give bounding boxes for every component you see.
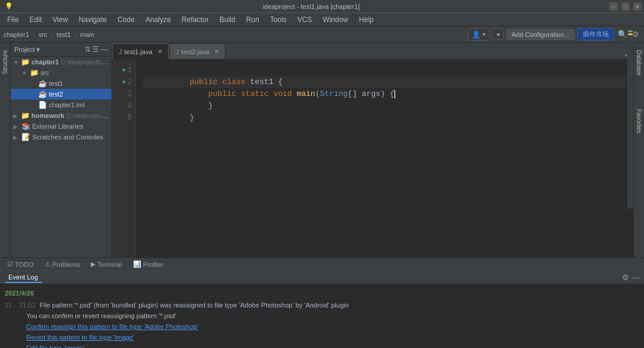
tree-item-chapter1-iml[interactable]: ▶ 📄 chapter1.iml	[11, 100, 112, 110]
menu-item-analyze[interactable]: Analyze	[141, 14, 176, 25]
breadcrumb-chapter1[interactable]: chapter1	[4, 31, 29, 38]
bottom-panel-header: Event Log ⚙ —	[0, 271, 644, 284]
code-line-4: }	[143, 100, 626, 112]
btab-profiler[interactable]: 📊 Profiler	[128, 259, 169, 269]
tab-test1-java[interactable]: J test1.java ✕	[112, 44, 169, 59]
bottom-panel: Event Log ⚙ — 2021/4/26 21 21:02 File pa…	[0, 271, 644, 348]
vtab-structure[interactable]: Structure	[1, 45, 10, 79]
editor-area: J test1.java ✕ J test2.java ✕ ✓ ▶ 1 ▶ 2	[112, 43, 633, 257]
bottom-tabs-row: ☑ TODO ⚠ Problems ▶ Terminal 📊 Profiler	[0, 257, 644, 271]
editor-tab-bar: J test1.java ✕ J test2.java ✕ ✓	[112, 43, 633, 60]
left-vtabs: Structure	[0, 43, 11, 257]
menu-item-file[interactable]: File	[2, 14, 23, 25]
bottom-panel-content: 2021/4/26 21 21:02 File pattern '*.psd' …	[0, 284, 644, 348]
menu-item-navigate[interactable]: Navigate	[74, 14, 112, 25]
app-icon: 💡	[2, 2, 13, 10]
btab-problems[interactable]: ⚠ Problems	[40, 259, 85, 269]
terminal-icon: ▶	[91, 260, 95, 268]
tree-item-scratches[interactable]: ▶ 📝 Scratches and Consoles	[11, 132, 112, 142]
event-link-1[interactable]: Confirm reassign this pattern to file ty…	[19, 321, 349, 332]
tab-test2-close[interactable]: ✕	[214, 48, 219, 55]
search-toolbar-icon[interactable]: 🔍	[617, 29, 628, 40]
menu-item-vcs[interactable]: VCS	[293, 14, 317, 25]
window-controls: ─ □ ✕	[609, 2, 642, 11]
sidebar-icon-3[interactable]: —	[101, 45, 108, 54]
line-num-2: ▶ 2	[112, 76, 135, 88]
java-file-icon: J	[119, 48, 122, 55]
right-vtabs: Database Favorites	[633, 43, 644, 257]
sidebar-icon-1[interactable]: ⇅	[85, 45, 91, 54]
menu-item-window[interactable]: Window	[318, 14, 353, 25]
event-num: 21	[5, 300, 17, 310]
menu-item-run[interactable]: Run	[242, 14, 264, 25]
vtab-favorites[interactable]: Favorites	[634, 104, 643, 138]
btab-terminal[interactable]: ▶ Terminal	[86, 259, 127, 269]
panel-settings-icon[interactable]: ⚙	[622, 273, 629, 282]
back-btn[interactable]: ◂	[492, 29, 504, 40]
line-num-5: 5	[112, 112, 135, 124]
toolbar-bar: chapter1 › src › test1 › main 👤 ▾ ◂ Add …	[0, 26, 644, 43]
event-link-3[interactable]: Edit file type 'Image'	[19, 343, 349, 348]
plugin-market-button[interactable]: 插件市场	[577, 28, 614, 41]
line-num-4: 4	[112, 100, 135, 112]
menu-item-help[interactable]: Help	[354, 14, 379, 25]
panel-minimize-icon[interactable]: —	[631, 273, 639, 282]
event-date: 2021/4/26	[5, 288, 639, 299]
sidebar-header: Project ▾ ⇅ ☰ —	[11, 43, 112, 57]
add-configuration-button[interactable]: Add Configuration...	[506, 29, 575, 40]
problems-icon: ⚠	[45, 260, 51, 268]
sidebar-title: Project ▾	[14, 46, 40, 54]
btab-todo[interactable]: ☑ TODO	[2, 259, 39, 269]
menu-item-refactor[interactable]: Refactor	[177, 14, 213, 25]
panel-tab-event-log[interactable]: Event Log	[5, 272, 42, 283]
sidebar-icon-2[interactable]: ☰	[92, 45, 99, 54]
breadcrumb-src[interactable]: src	[38, 31, 47, 38]
title-bar: 💡 ideaproject - test1.java [chapter1] ─ …	[0, 0, 644, 13]
user-icon-btn[interactable]: 👤 ▾	[467, 29, 490, 41]
run-btn-1[interactable]: ▶	[123, 64, 126, 76]
tree-item-homework[interactable]: ▶ 📁 homework D:\ideaproject\hom	[11, 110, 112, 121]
tree-item-chapter1[interactable]: ▼ 📁 chapter1 D:\ideaproject\chapte	[11, 57, 112, 67]
minimize-button[interactable]: ─	[609, 2, 618, 11]
project-sidebar: Project ▾ ⇅ ☰ — ▼ 📁 chapter1 D:\ideaproj…	[11, 43, 112, 257]
tree-item-test1[interactable]: ▶ ☕ test1	[11, 78, 112, 89]
event-link-2[interactable]: Revert this pattern to file type 'Image'	[19, 332, 349, 343]
event-main-text: 21:02 File pattern '*.psd' (from 'bundle…	[19, 300, 349, 310]
close-button[interactable]: ✕	[633, 2, 642, 11]
java-file-icon-2: J	[176, 48, 179, 55]
vtab-database[interactable]: Database	[634, 45, 643, 80]
menu-item-edit[interactable]: Edit	[24, 14, 47, 25]
menu-item-view[interactable]: View	[48, 14, 73, 25]
window-title: ideaproject - test1.java [chapter1]	[13, 3, 609, 10]
tab-test2-label: test2.java	[181, 48, 209, 55]
maximize-button[interactable]: □	[621, 2, 630, 11]
menu-item-build[interactable]: Build	[215, 14, 240, 25]
breadcrumb-test1[interactable]: test1	[57, 31, 71, 38]
user-icon: 👤	[472, 30, 481, 39]
tree-item-external-libs[interactable]: ▶ 📚 External Libraries	[11, 121, 112, 132]
tab-test1-label: test1.java	[125, 48, 153, 55]
breadcrumb-main[interactable]: main	[80, 31, 94, 38]
code-line-1: public class test1 {	[143, 64, 626, 76]
event-sub-text: You can confirm or revert reassigning pa…	[19, 310, 349, 321]
editor-scrollbar[interactable]	[627, 60, 633, 209]
profiler-icon: 📊	[133, 260, 141, 268]
line-numbers: ▶ 1 ▶ 2 3 4 5	[112, 60, 136, 257]
run-btn-2[interactable]: ▶	[123, 76, 126, 88]
tree-item-src[interactable]: ▼ 📁 src	[11, 67, 112, 78]
tab-test1-close[interactable]: ✕	[157, 48, 162, 55]
code-content[interactable]: public class test1 { public static void …	[136, 60, 633, 257]
todo-icon: ☑	[7, 260, 13, 268]
tree-item-test2[interactable]: ▶ ☕ test2	[11, 89, 112, 100]
code-editor[interactable]: ▶ 1 ▶ 2 3 4 5 public class test1 {	[112, 60, 633, 257]
line-num-3: 3	[112, 88, 135, 100]
menu-item-code[interactable]: Code	[113, 14, 140, 25]
line-num-1: ▶ 1	[112, 64, 135, 76]
code-line-5	[143, 112, 626, 124]
tab-test2-java[interactable]: J test2.java ✕	[169, 44, 226, 59]
menu-item-tools[interactable]: Tools	[265, 14, 292, 25]
menu-bar: FileEditViewNavigateCodeAnalyzeRefactorB…	[0, 13, 644, 26]
